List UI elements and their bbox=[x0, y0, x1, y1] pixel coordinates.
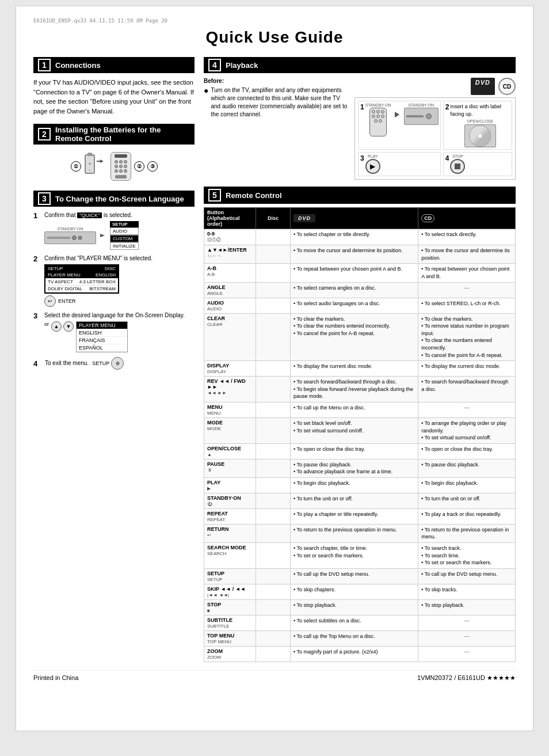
svg-marker-4 bbox=[97, 161, 100, 162]
cd-line: • To pause disc playback. bbox=[421, 462, 479, 468]
btn-icon: ANGLE bbox=[207, 291, 223, 296]
remote-table-body: 0-9⓪①②• To select chapter or title direc… bbox=[204, 229, 516, 662]
setup-menu-1: SETUP AUDIO CUSTOM INITIALIZE bbox=[110, 221, 139, 250]
r-btn-7 bbox=[374, 119, 378, 123]
standby-light bbox=[426, 113, 432, 119]
step-3-text: Select the desired language for the On-S… bbox=[44, 311, 195, 320]
before-label: Before: bbox=[204, 78, 350, 84]
table-row: STOP■• To stop playback.• To stop playba… bbox=[204, 599, 516, 615]
pb-num-2: 2 bbox=[445, 103, 449, 111]
step-4-row: 4 To exit the menu. SETUP ⚙ bbox=[33, 357, 195, 370]
r-btn-2 bbox=[376, 110, 380, 113]
stop-label: STOP bbox=[452, 154, 463, 158]
stop-button-icon[interactable] bbox=[450, 159, 465, 174]
table-row: ▲▼◄►/ENTER↑↓←→• To move the cursor and d… bbox=[204, 245, 516, 264]
dvd-feature-cell: • To select audio languages on a disc. bbox=[291, 298, 418, 313]
dvd-line: • To turn the unit on or off. bbox=[293, 496, 353, 502]
section-4-num: 4 bbox=[208, 59, 221, 71]
btn-icon: MENU bbox=[207, 411, 221, 416]
cd-line: • To select track directly. bbox=[421, 231, 476, 237]
insert-text: Insert a disc with label facing up. bbox=[450, 103, 510, 117]
svg-text:+: + bbox=[88, 161, 91, 166]
dvd-line: • To open or close the disc tray. bbox=[293, 446, 365, 452]
arrow-right-1 bbox=[99, 231, 107, 240]
remote-btn-row-3 bbox=[374, 119, 382, 123]
dvd-line: • To pause disc playback. bbox=[293, 462, 352, 468]
logos-top-right: DVD CD bbox=[354, 78, 516, 95]
r-btn-4 bbox=[372, 115, 375, 118]
svg-marker-5 bbox=[100, 159, 104, 163]
section-4: 4 Playback Before: ● Turn on the TV, amp… bbox=[204, 57, 516, 180]
setup-btn-4[interactable]: ⚙ bbox=[111, 357, 124, 370]
dvd-line: • To display the current disc mode. bbox=[293, 363, 372, 369]
table-row: STANDBY·ON⏻• To turn the unit on or off.… bbox=[204, 493, 516, 508]
cd-feature-cell: • To turn the unit on or off. bbox=[418, 493, 516, 508]
enter-label-2: ENTER bbox=[58, 298, 76, 304]
pm-row-dolby: DOLBY DIGITAL BITSTREAM bbox=[45, 286, 118, 292]
disc-column-cell bbox=[256, 508, 291, 524]
play-section: PLAY ▶ bbox=[365, 154, 380, 174]
circle-2: ② bbox=[134, 161, 144, 172]
btn-label: AUDIO bbox=[207, 300, 253, 306]
step-4-text: To exit the menu. bbox=[45, 359, 89, 367]
playback-diagram: 1 STANDBY·ON bbox=[354, 97, 516, 180]
disc-column-cell bbox=[256, 459, 291, 477]
table-row: DISPLAYDISPLAY• To display the current d… bbox=[204, 361, 516, 377]
pm-4-3: 4:3 LETTER BOX bbox=[79, 279, 116, 284]
btn-label: SUBTITLE bbox=[207, 617, 253, 623]
cd-line: • To turn the unit on or off. bbox=[421, 496, 481, 502]
btn-icon: ZOOM bbox=[207, 655, 221, 660]
btn-label: CLEAR bbox=[207, 316, 253, 321]
enter-button-2[interactable]: ↩ bbox=[44, 295, 56, 307]
play-label: PLAY bbox=[368, 154, 378, 158]
remote-mini-2 bbox=[110, 152, 131, 181]
btn-label: OPEN/CLOSE bbox=[207, 446, 253, 451]
disc-column-cell bbox=[256, 599, 291, 615]
cd-line: • To remove status number in program inp… bbox=[421, 323, 509, 336]
section-5-num: 5 bbox=[208, 189, 221, 202]
rc-button-cell: ▲▼◄►/ENTER↑↓←→ bbox=[204, 245, 256, 264]
btn-label: STOP bbox=[207, 602, 253, 607]
disc-column-cell bbox=[256, 543, 291, 569]
cd-line: • To search track. bbox=[421, 545, 461, 551]
cd-feature-cell: — bbox=[418, 630, 516, 646]
table-row: SKIP ◄◄ / ◄◄|◄◄ ◄◄|• To skip chapters.• … bbox=[204, 584, 516, 599]
btn-label: 0-9 bbox=[207, 231, 253, 237]
cd-feature-cell: • To display the current disc mode. bbox=[418, 361, 516, 377]
dvd-line: • To select subtitles on a disc. bbox=[293, 618, 361, 624]
pb-content-2: Insert a disc with label facing up. OPEN… bbox=[450, 103, 510, 147]
setup-icon-row: SETUP ⚙ bbox=[92, 357, 124, 370]
pm-header: SETUP DISC bbox=[45, 265, 118, 272]
pb-content-1: STANDBY·ON bbox=[365, 103, 439, 136]
remote-body bbox=[369, 108, 387, 136]
btn-label: MODE bbox=[207, 420, 253, 426]
r-btn-8 bbox=[379, 119, 382, 123]
remote-btn-row-1 bbox=[372, 110, 384, 113]
dvd-line: • To begin slow forward /reverse playbac… bbox=[293, 386, 413, 400]
btn-icon: AUDIO bbox=[207, 306, 222, 311]
footer-right: 1VMN20372 / E6161UD ★★★★★ bbox=[417, 674, 516, 682]
dvd-line: • To select camera angles on a disc. bbox=[293, 285, 376, 291]
dvd-line: • To call up the Menu on a disc. bbox=[293, 405, 365, 411]
section-5-title: Remote Control bbox=[226, 191, 282, 200]
btn-label: SETUP bbox=[207, 571, 253, 576]
up-btn-3[interactable]: ▲ bbox=[51, 321, 62, 332]
dvd-line: • To set virtual surround on/off. bbox=[293, 428, 363, 434]
cd-feature-cell: • To clear the markers.• To remove statu… bbox=[418, 313, 516, 361]
table-row: ANGLEANGLE• To select camera angles on a… bbox=[204, 282, 516, 298]
cd-feature-cell: • To skip tracks. bbox=[418, 584, 516, 599]
cd-line: • To begin disc playback. bbox=[421, 480, 478, 486]
down-btn-3[interactable]: ▼ bbox=[63, 321, 74, 332]
dvd-line: • To magnify part of a picture. (x2/x4) bbox=[293, 649, 378, 655]
dvd-line: • To set black level on/off. bbox=[293, 420, 352, 426]
pb-grid-cell-1: 1 STANDBY·ON bbox=[358, 101, 441, 150]
play-button-icon[interactable]: ▶ bbox=[365, 159, 380, 174]
rc-button-cell: SUBTITLESUBTITLE bbox=[204, 615, 256, 630]
btn-label: SKIP ◄◄ / ◄◄ bbox=[207, 586, 253, 592]
dvd-line: • To move the cursor and determine its p… bbox=[293, 248, 403, 253]
open-close-label: OPEN/CLOSE bbox=[467, 119, 493, 123]
disc-column-cell bbox=[256, 646, 291, 662]
btn-label: PLAY bbox=[207, 480, 253, 485]
btn-icon: DISPLAY bbox=[207, 369, 226, 374]
btn-icon: ↩ bbox=[207, 533, 211, 538]
